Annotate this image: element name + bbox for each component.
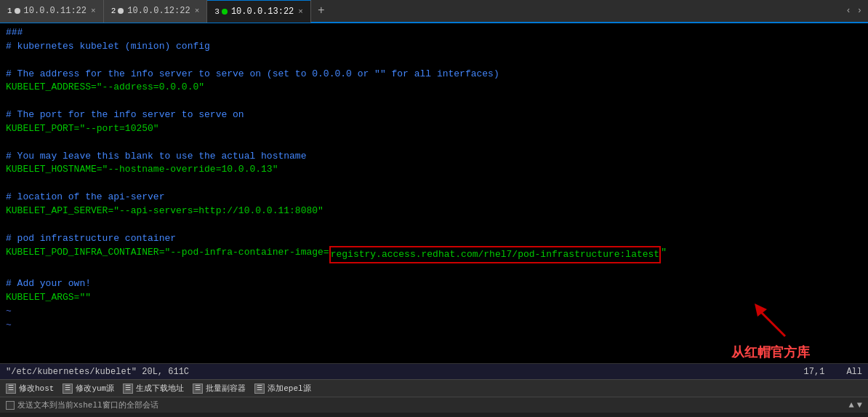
send-bar-label: 发送文本到当前Xshell窗口的全部会话 [17, 400, 158, 410]
toolbar-download-label: 生成下载地址 [136, 383, 184, 394]
tab-2-dot [118, 8, 124, 14]
code-line-19: # Add your own! [6, 277, 862, 291]
code-line-9 [6, 136, 862, 150]
send-bar: 发送文本到当前Xshell窗口的全部会话 ▲ ▼ [0, 397, 868, 413]
tab-nav-right-button[interactable]: › [854, 4, 865, 17]
status-file-info: "/etc/kubernetes/kubelet" 20L, 611C [6, 367, 804, 377]
code-line-6 [6, 95, 862, 108]
toolbar-host-icon: ☰ [6, 384, 16, 394]
tab-1-dot [15, 8, 20, 14]
tab-2[interactable]: 2 10.0.0.12:22 × [104, 0, 208, 23]
code-line-5: KUBELET_ADDRESS="--address=0.0.0.0" [6, 81, 862, 95]
send-bar-down-arrow[interactable]: ▼ [857, 400, 862, 410]
code-line-18 [6, 263, 862, 277]
status-bar: "/etc/kubernetes/kubelet" 20L, 611C 17,1… [0, 363, 868, 379]
code-line-1: ### [6, 26, 862, 40]
tab-2-number: 2 [111, 7, 116, 15]
send-bar-checkbox[interactable] [6, 401, 15, 410]
code-line-14: KUBELET_API_SERVER="--api-servers=http:/… [6, 204, 862, 218]
tab-1[interactable]: 1 10.0.0.11:22 × [0, 0, 104, 23]
toolbar-item-download[interactable]: ☰ 生成下载地址 [123, 383, 184, 394]
status-position: 17,1 [804, 367, 825, 377]
tab-1-close[interactable]: × [91, 7, 96, 15]
code-line-13: # location of the api-server [6, 191, 862, 204]
tab-1-label: 10.0.0.11:22 [24, 6, 87, 16]
toolbar-item-batch[interactable]: ☰ 批量副容器 [193, 383, 246, 394]
red-arrow-icon [749, 296, 792, 340]
toolbar-host-label: 修改host [19, 383, 54, 394]
terminal: ### # kubernetes kubelet (minion) config… [0, 23, 868, 363]
tab-nav-left-button[interactable]: ‹ [843, 4, 854, 17]
tab-1-number: 1 [7, 7, 12, 15]
toolbar-batch-label: 批量副容器 [206, 383, 246, 394]
code-line-16: # pod infrastructure container [6, 232, 862, 246]
code-line-11: KUBELET_HOSTNAME="--hostname-override=10… [6, 163, 862, 177]
toolbar-epel-icon: ☰ [254, 384, 265, 394]
code-line-8: KUBELET_PORT="--port=10250" [6, 122, 862, 136]
code-line-15 [6, 218, 862, 232]
code-line-7: # The port for the info server to serve … [6, 108, 862, 122]
tab-bar: 1 10.0.0.11:22 × 2 10.0.0.12:22 × 3 10.0… [0, 0, 868, 23]
tab-2-label: 10.0.0.12:22 [127, 6, 190, 16]
status-view: All [846, 367, 862, 377]
status-right: 17,1 All [804, 367, 862, 377]
toolbar-batch-icon: ☰ [193, 384, 203, 394]
send-bar-up-arrow[interactable]: ▲ [849, 400, 854, 410]
code-line-2: # kubernetes kubelet (minion) config [6, 40, 862, 54]
code-line-17: KUBELET_POD_INFRA_CONTAINER="--pod-infra… [6, 246, 862, 264]
add-tab-button[interactable]: + [311, 1, 331, 21]
code-line-12 [6, 177, 862, 191]
annotation-text: 从红帽官方库 [731, 343, 810, 362]
code-line-10: # You may leave this blank to use the ac… [6, 150, 862, 164]
toolbar-item-epel[interactable]: ☰ 添加epel源 [254, 383, 310, 394]
svg-line-0 [760, 311, 785, 336]
tab-3-number: 3 [214, 7, 220, 16]
annotation-overlay: 从红帽官方库 [731, 296, 810, 362]
toolbar-item-host[interactable]: ☰ 修改host [6, 383, 54, 394]
svg-marker-1 [755, 303, 767, 317]
toolbar-yum-label: 修改yum源 [76, 383, 114, 394]
toolbar-item-yum[interactable]: ☰ 修改yum源 [63, 383, 114, 394]
send-bar-controls: ▲ ▼ [849, 400, 862, 410]
tab-3-close[interactable]: × [298, 7, 303, 16]
tab-3-label: 10.0.0.13:22 [231, 7, 294, 17]
toolbar-epel-label: 添加epel源 [268, 383, 310, 394]
code-line-3 [6, 54, 862, 68]
code-line-4: # The address for the info server to ser… [6, 68, 862, 82]
toolbar-download-icon: ☰ [123, 384, 133, 394]
highlighted-registry: registry.access.redhat.com/rhel7/pod-inf… [329, 246, 661, 264]
tab-3-dot [222, 9, 228, 15]
tab-3[interactable]: 3 10.0.0.13:22 × [207, 0, 311, 23]
toolbar: ☰ 修改host ☰ 修改yum源 ☰ 生成下载地址 ☰ 批量副容器 ☰ 添加e… [0, 379, 868, 397]
tab-2-close[interactable]: × [195, 7, 200, 15]
toolbar-yum-icon: ☰ [63, 384, 73, 394]
